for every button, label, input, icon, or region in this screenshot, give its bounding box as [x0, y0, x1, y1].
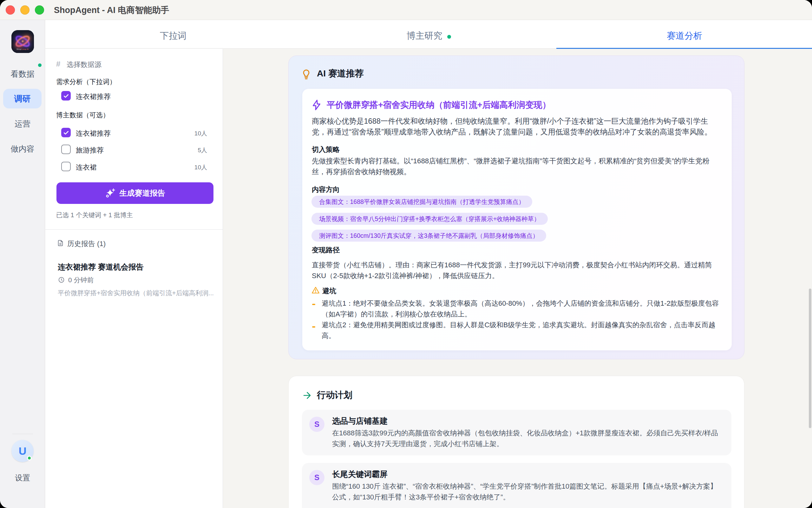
svg-text:Loop AI: Loop AI	[22, 48, 29, 50]
svg-text:Shop: Shop	[16, 48, 21, 50]
